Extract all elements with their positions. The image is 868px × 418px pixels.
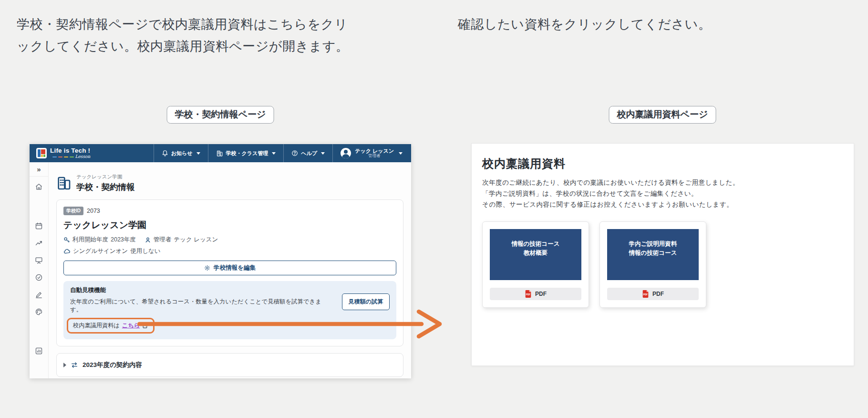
pdf-button-label: PDF <box>652 291 664 297</box>
app-logo[interactable]: Life is Tech ! Lesson <box>30 144 97 162</box>
bell-icon <box>162 150 168 157</box>
doc-thumb-line2: 教材概要 <box>490 249 581 258</box>
bar-chart-icon[interactable] <box>30 344 48 358</box>
doc-card-internal-explanation[interactable]: 学内ご説明用資料 情報の技術コース PDF PDF <box>599 221 706 308</box>
nav-help[interactable]: ヘルプ <box>283 144 332 162</box>
auto-estimate-panel: 自動見積機能 次年度のご利用について、希望されるコース・数量を入力いただくことで… <box>63 281 396 339</box>
pdf-download-button[interactable]: PDF PDF <box>607 288 699 300</box>
doc-card-course-overview[interactable]: 情報の技術コース 教材概要 PDF PDF <box>482 221 589 308</box>
trending-up-icon[interactable] <box>30 236 48 250</box>
sso-label: シングルサインオン <box>73 247 128 255</box>
school-info-card: 学校ID 2073 テックレッスン学園 利用開始年度 2023年度 <box>56 199 403 346</box>
home-icon[interactable] <box>30 179 48 194</box>
calendar-icon[interactable] <box>30 219 48 233</box>
life-is-tech-logo-icon <box>36 148 47 158</box>
page-label-school-contract: 学校・契約情報ページ <box>167 106 274 124</box>
chevron-down-icon <box>272 152 276 155</box>
docs-body-line: 「学内ご説明資料」は、学校の状況に合わせて文言をご編集ください。 <box>482 188 839 199</box>
app-main-content: テックレッスン学園 学校・契約情報 学校ID 2073 テックレッスン学園 利 <box>49 162 411 378</box>
gear-icon <box>204 265 210 271</box>
instruction-text-left: 学校・契約情報ページで校内稟議用資料はこちらをクリックしてください。校内稟議用資… <box>17 13 351 57</box>
doc-thumbnail: 学内ご説明用資料 情報の技術コース <box>607 229 699 280</box>
page-heading: テックレッスン学園 学校・契約情報 <box>56 174 403 193</box>
help-circle-icon <box>291 150 298 157</box>
nav-school-class-management[interactable]: 学校・クラス管理 <box>208 144 284 162</box>
chevron-down-icon <box>399 152 403 155</box>
doc-thumb-line1: 情報の技術コース <box>490 240 581 249</box>
user-role: 管理者 <box>355 154 394 158</box>
app-header: Life is Tech ! Lesson お知らせ 学校・クラス管理 <box>30 144 411 162</box>
person-icon <box>145 237 151 243</box>
contract-accordion-row[interactable]: 2023年度の契約内容 <box>57 354 403 376</box>
estimate-trial-button[interactable]: 見積額の試算 <box>342 293 390 310</box>
triangle-right-icon <box>63 363 66 367</box>
page-heading-school-name: テックレッスン学園 <box>76 174 135 180</box>
pdf-button-label: PDF <box>535 291 547 297</box>
user-menu[interactable]: テック レッスン 管理者 <box>332 144 411 162</box>
sso-value: 使用しない <box>130 247 160 255</box>
approval-docs-link[interactable]: こちら <box>122 322 140 330</box>
estimate-title: 自動見積機能 <box>70 286 390 294</box>
doc-thumbnail: 情報の技術コース 教材概要 <box>490 229 581 280</box>
svg-text:PDF: PDF <box>526 293 531 296</box>
school-id-badge: 学校ID <box>63 207 83 215</box>
docs-page-title: 校内稟議用資料 <box>482 156 839 171</box>
edit-pencil-icon[interactable] <box>30 287 48 302</box>
nav-notices-label: お知らせ <box>171 150 193 157</box>
page-label-approval-docs: 校内稟議用資料ページ <box>609 106 716 124</box>
docs-body-line: 次年度のご継続にあたり、校内での稟議にお使いいただける資料をご用意しました。 <box>482 177 839 188</box>
edit-school-info-button[interactable]: 学校情報を編集 <box>63 261 396 275</box>
logo-title: Life is Tech ! <box>50 147 90 154</box>
pdf-file-icon: PDF <box>525 290 532 298</box>
nav-help-label: ヘルプ <box>301 150 317 157</box>
contract-section-card: 2023年度の契約内容 <box>56 353 403 377</box>
sidebar: » <box>30 162 49 378</box>
docs-card-list: 情報の技術コース 教材概要 PDF PDF 学内ご説明用資料 情報の技術コース … <box>482 221 839 308</box>
logo-subtitle: Lesson <box>75 155 91 159</box>
nav-notices[interactable]: お知らせ <box>154 144 208 162</box>
admin-value: テック レッスン <box>174 236 218 244</box>
avatar <box>341 148 351 158</box>
start-year-label: 利用開始年度 <box>72 236 108 244</box>
approval-docs-page-panel: 校内稟議用資料 次年度のご継続にあたり、校内での稟議にお使いいただける資料をご用… <box>471 143 854 366</box>
edit-school-info-label: 学校情報を編集 <box>214 264 256 272</box>
school-contract-page-screenshot: Life is Tech ! Lesson お知らせ 学校・クラス管理 <box>30 144 411 378</box>
school-id-value: 2073 <box>87 208 100 214</box>
pdf-download-button[interactable]: PDF PDF <box>490 288 581 300</box>
page-title: 学校・契約情報 <box>76 181 135 193</box>
chevron-down-icon <box>196 152 200 155</box>
svg-text:PDF: PDF <box>643 293 648 296</box>
start-year-value: 2023年度 <box>111 236 136 244</box>
admin-label: 管理者 <box>154 236 172 244</box>
external-link-icon <box>142 323 148 329</box>
contract-row-label: 2023年度の契約内容 <box>83 361 142 369</box>
doc-thumb-line1: 学内ご説明用資料 <box>607 240 699 249</box>
check-circle-icon[interactable] <box>30 270 48 284</box>
building-icon <box>56 176 72 191</box>
sidebar-expand-icon[interactable]: » <box>30 162 48 177</box>
chevron-down-icon <box>321 152 325 155</box>
presentation-icon[interactable] <box>30 253 48 267</box>
cloud-icon <box>63 248 71 255</box>
doc-thumb-line2: 情報の技術コース <box>607 249 699 258</box>
nav-school-class-label: 学校・クラス管理 <box>226 150 269 157</box>
approval-docs-link-prefix: 校内稟議用資料は <box>73 322 120 330</box>
docs-body-line: その際、サービス内容に関する修正はお控えくださいますようお願いいたします。 <box>482 199 839 210</box>
instruction-text-right: 確認したい資料をクリックしてください。 <box>458 13 820 35</box>
approval-docs-link-highlight: 校内稟議用資料はこちら <box>67 318 155 334</box>
swap-arrows-icon <box>71 361 78 369</box>
header-nav: お知らせ 学校・クラス管理 ヘルプ テック レッスン <box>154 144 411 162</box>
palette-icon[interactable] <box>30 304 48 319</box>
building-icon <box>216 150 223 157</box>
key-icon <box>63 237 70 243</box>
school-name: テックレッスン学園 <box>63 219 396 231</box>
pdf-file-icon: PDF <box>642 290 649 298</box>
